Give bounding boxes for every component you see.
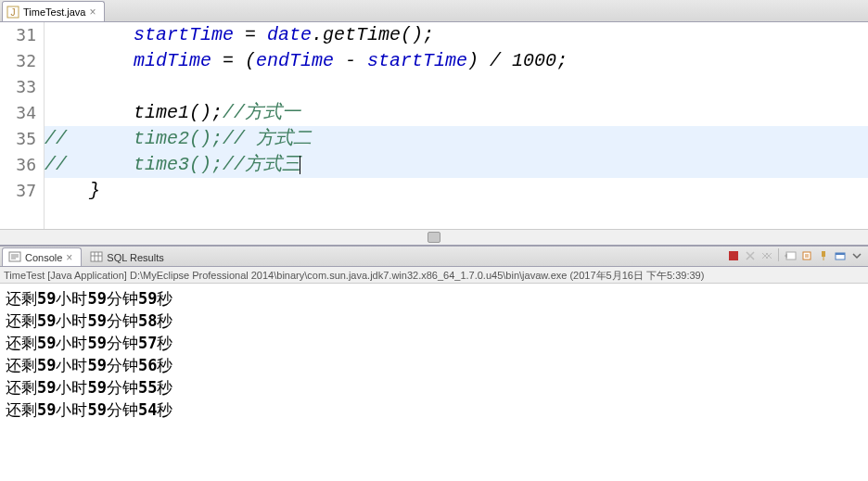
svg-rect-10 — [729, 251, 738, 260]
tab-console-label: Console — [25, 252, 62, 263]
bottom-panel: Console × SQL Results — [0, 245, 868, 481]
line-number: 34 — [0, 100, 36, 126]
console-line: 还剩59小时59分钟55秒 — [6, 376, 862, 399]
remove-all-button[interactable] — [760, 248, 774, 263]
line-number: 36 — [0, 152, 36, 178]
editor-tab-timetest[interactable]: J TimeTest.java × — [2, 1, 105, 21]
console-output[interactable]: 还剩59小时59分钟59秒还剩59小时59分钟58秒还剩59小时59分钟57秒还… — [0, 284, 868, 481]
console-toolbar — [726, 248, 864, 263]
code-line[interactable]: time1();//方式一 — [45, 100, 868, 126]
sql-icon — [90, 250, 103, 265]
open-console-dropdown[interactable] — [849, 248, 864, 263]
console-line: 还剩59小时59分钟56秒 — [6, 354, 862, 376]
svg-rect-12 — [803, 252, 811, 259]
separator — [778, 248, 779, 261]
editor-tab-label: TimeTest.java — [23, 6, 85, 18]
code-line[interactable]: startTime = date.getTime(); — [45, 22, 868, 48]
tab-console[interactable]: Console × — [2, 247, 82, 266]
line-number: 35 — [0, 126, 36, 152]
clear-console-button[interactable] — [783, 248, 798, 263]
line-gutter: 31323334353637 — [0, 22, 45, 229]
console-icon — [8, 250, 21, 265]
horizontal-scrollbar[interactable] — [0, 229, 868, 245]
scrollbar-thumb[interactable] — [428, 232, 440, 243]
line-number: 33 — [0, 74, 36, 100]
tab-sql-label: SQL Results — [107, 252, 163, 263]
tab-sql-results[interactable]: SQL Results — [83, 247, 170, 266]
console-line: 还剩59小时59分钟59秒 — [6, 287, 862, 310]
display-selected-button[interactable] — [833, 248, 848, 263]
svg-rect-18 — [836, 253, 845, 255]
code-line[interactable]: // time2();// 方式二 — [45, 126, 868, 152]
terminate-button[interactable] — [726, 248, 741, 263]
close-icon[interactable]: × — [89, 7, 98, 17]
line-number: 31 — [0, 22, 36, 48]
code-line[interactable]: midTime = (endTime - startTime) / 1000; — [45, 48, 868, 74]
editor-tab-bar: J TimeTest.java × — [0, 0, 868, 22]
pin-console-button[interactable] — [816, 248, 831, 263]
code-area[interactable]: startTime = date.getTime(); midTime = (e… — [45, 22, 868, 229]
code-editor[interactable]: 31323334353637 startTime = date.getTime(… — [0, 22, 868, 229]
line-number: 32 — [0, 48, 36, 74]
scroll-lock-button[interactable] — [799, 248, 814, 263]
java-file-icon: J — [6, 6, 19, 19]
code-line[interactable] — [45, 74, 868, 100]
code-line[interactable]: } — [45, 178, 868, 204]
console-line: 还剩59小时59分钟54秒 — [6, 399, 862, 421]
launch-info: TimeTest [Java Application] D:\MyEclipse… — [0, 267, 868, 284]
svg-rect-6 — [91, 252, 102, 261]
svg-rect-11 — [786, 252, 796, 259]
close-icon[interactable]: × — [66, 253, 75, 262]
code-line[interactable]: // time3();//方式三 — [45, 152, 868, 178]
line-number: 37 — [0, 178, 36, 204]
console-line: 还剩59小时59分钟58秒 — [6, 310, 862, 332]
text-caret — [300, 156, 300, 174]
svg-rect-15 — [822, 251, 825, 257]
console-line: 还剩59小时59分钟57秒 — [6, 332, 862, 354]
remove-launch-button[interactable] — [743, 248, 758, 263]
panel-tab-bar: Console × SQL Results — [0, 247, 868, 267]
svg-text:J: J — [11, 7, 16, 18]
